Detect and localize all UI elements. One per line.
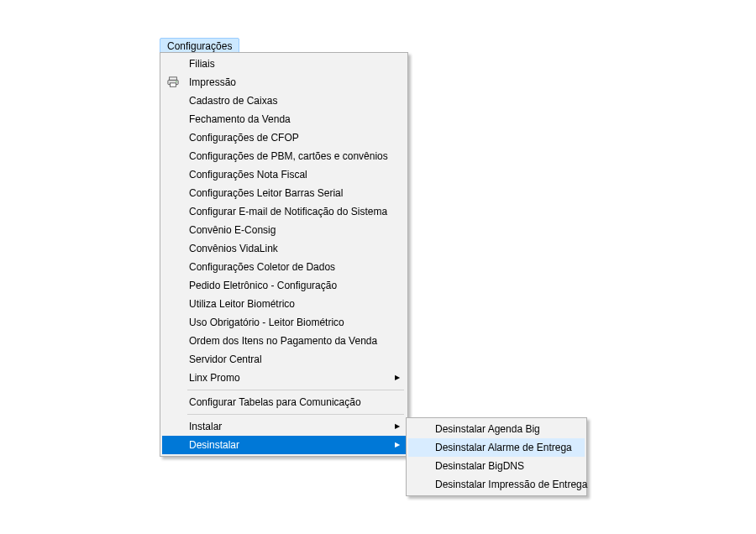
menu-item[interactable]: Cadastro de Caixas bbox=[162, 92, 406, 110]
menu-item-label: Configurar E-mail de Notificação do Sist… bbox=[189, 206, 387, 217]
menu-item-label: Configurações Nota Fiscal bbox=[189, 169, 307, 181]
menu-item-label: Pedido Eletrônico - Configuração bbox=[189, 280, 337, 291]
submenu-item[interactable]: Desinstalar BigDNS bbox=[408, 457, 585, 475]
menu-separator bbox=[187, 390, 404, 390]
menu-item-label: Configurações Leitor Barras Serial bbox=[189, 187, 343, 199]
menu-item-label: Configurar Tabelas para Comunicação bbox=[189, 396, 361, 408]
menu-item-label: Desinstalar bbox=[189, 439, 239, 451]
menu-item-label: Configurações de PBM, cartões e convênio… bbox=[189, 150, 388, 162]
menu-item[interactable]: Convênios VidaLink bbox=[162, 239, 406, 258]
menu-item-label: Linx Promo bbox=[189, 372, 240, 384]
menu-separator bbox=[187, 414, 404, 415]
menu-item[interactable]: Uso Obrigatório - Leitor Biométrico bbox=[162, 313, 406, 332]
menu-item[interactable]: Ordem dos Itens no Pagamento da Venda bbox=[162, 332, 406, 350]
menu-item[interactable]: Servidor Central bbox=[162, 350, 406, 369]
menu-item-label: Cadastro de Caixas bbox=[189, 95, 277, 107]
svg-rect-0 bbox=[170, 77, 177, 81]
submenu-item-label: Desinstalar Alarme de Entrega bbox=[435, 442, 572, 453]
menu-item[interactable]: Configurar Tabelas para Comunicação bbox=[162, 393, 406, 411]
menu-item-label: Configurações de CFOP bbox=[189, 132, 299, 144]
submenu-item-label: Desinstalar Impressão de Entrega bbox=[435, 479, 587, 490]
menu-item[interactable]: Configurar E-mail de Notificação do Sist… bbox=[162, 202, 406, 221]
menu-item[interactable]: Filiais bbox=[162, 55, 406, 73]
menu-item-label: Ordem dos Itens no Pagamento da Venda bbox=[189, 335, 377, 347]
menu-item[interactable]: Configurações de CFOP bbox=[162, 128, 406, 147]
submenu-item[interactable]: Desinstalar Agenda Big bbox=[408, 420, 585, 438]
menu-item-label: Fechamento da Venda bbox=[189, 113, 291, 125]
menubar-item-label: Configurações bbox=[167, 40, 232, 52]
submenu-item-label: Desinstalar BigDNS bbox=[435, 460, 524, 472]
menu-item[interactable]: Linx Promo▶ bbox=[162, 369, 406, 387]
menu-item[interactable]: Convênio E-Consig bbox=[162, 221, 406, 239]
submenu-item[interactable]: Desinstalar Alarme de Entrega bbox=[408, 438, 585, 457]
menu-item-label: Convênios VidaLink bbox=[189, 243, 278, 254]
menu-item-label: Instalar bbox=[189, 421, 222, 432]
menu-item[interactable]: Configurações de PBM, cartões e convênio… bbox=[162, 147, 406, 165]
dropdown-items: FiliaisImpressãoCadastro de CaixasFecham… bbox=[162, 55, 406, 454]
menu-item[interactable]: Configurações Leitor Barras Serial bbox=[162, 184, 406, 202]
menu-item[interactable]: Utiliza Leitor Biométrico bbox=[162, 295, 406, 313]
submenu-items: Desinstalar Agenda BigDesinstalar Alarme… bbox=[408, 420, 585, 494]
menu-item-label: Convênio E-Consig bbox=[189, 224, 276, 236]
menu-item-label: Configurações Coletor de Dados bbox=[189, 261, 335, 273]
submenu-arrow-icon: ▶ bbox=[394, 436, 401, 454]
menu-item[interactable]: Impressão bbox=[162, 73, 406, 92]
menu-item-label: Uso Obrigatório - Leitor Biométrico bbox=[189, 317, 344, 328]
submenu-desinstalar: Desinstalar Agenda BigDesinstalar Alarme… bbox=[406, 417, 587, 496]
submenu-item-label: Desinstalar Agenda Big bbox=[435, 423, 540, 435]
submenu-item[interactable]: Desinstalar Impressão de Entrega bbox=[408, 475, 585, 494]
menu-item[interactable]: Instalar▶ bbox=[162, 417, 406, 436]
menu-item-label: Utiliza Leitor Biométrico bbox=[189, 298, 295, 310]
menu-item-label: Impressão bbox=[189, 76, 236, 88]
menu-item-label: Servidor Central bbox=[189, 353, 262, 365]
svg-rect-2 bbox=[171, 83, 176, 86]
submenu-arrow-icon: ▶ bbox=[394, 369, 401, 387]
menu-item[interactable]: Fechamento da Venda bbox=[162, 110, 406, 128]
menu-item[interactable]: Configurações Coletor de Dados bbox=[162, 258, 406, 276]
menu-item[interactable]: Configurações Nota Fiscal bbox=[162, 165, 406, 184]
menu-item[interactable]: Desinstalar▶ bbox=[162, 436, 406, 454]
menu-item-label: Filiais bbox=[189, 58, 215, 70]
printer-icon bbox=[165, 75, 181, 90]
dropdown-configuracoes: FiliaisImpressãoCadastro de CaixasFecham… bbox=[160, 52, 408, 457]
svg-point-3 bbox=[176, 81, 176, 81]
menu-item[interactable]: Pedido Eletrônico - Configuração bbox=[162, 276, 406, 295]
submenu-arrow-icon: ▶ bbox=[394, 417, 401, 436]
